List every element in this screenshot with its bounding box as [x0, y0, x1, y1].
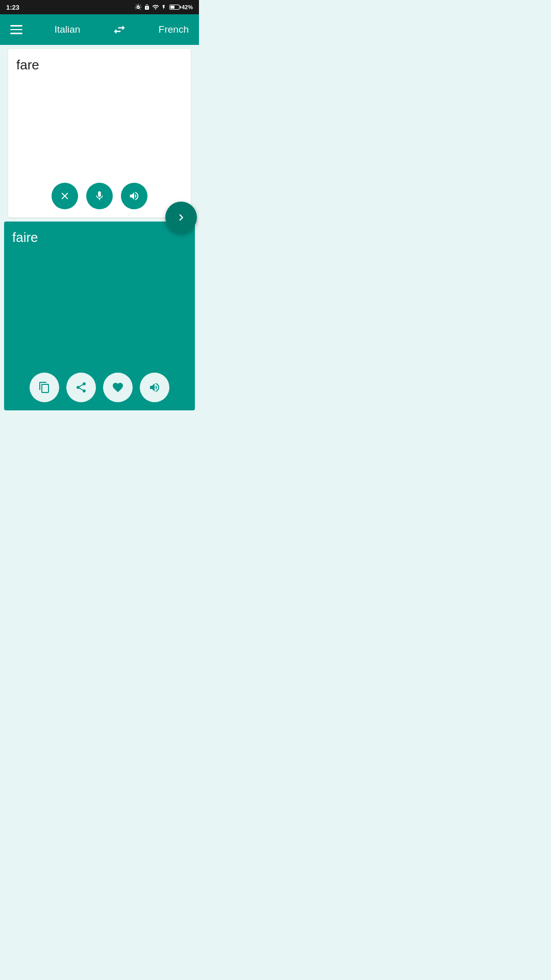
alarm-icon — [135, 4, 142, 11]
lock-icon — [144, 4, 150, 11]
speak-input-button[interactable] — [121, 183, 147, 209]
send-icon — [174, 211, 188, 224]
copy-icon — [38, 381, 51, 394]
favorite-button[interactable] — [103, 373, 133, 402]
charging-icon — [161, 4, 166, 11]
clear-button[interactable] — [52, 183, 78, 209]
output-text: faire — [12, 230, 187, 246]
input-controls — [52, 183, 147, 209]
battery-icon — [169, 5, 180, 10]
menu-line-2 — [10, 29, 22, 31]
input-area[interactable]: fare — [8, 49, 191, 217]
mic-icon — [94, 190, 105, 202]
copy-button[interactable] — [30, 373, 59, 402]
swap-languages-button[interactable] — [112, 22, 127, 37]
output-controls — [30, 373, 169, 402]
share-icon — [75, 381, 87, 394]
translate-button[interactable] — [165, 202, 197, 233]
menu-line-1 — [10, 25, 22, 27]
target-language[interactable]: French — [159, 24, 189, 35]
heart-icon — [112, 381, 124, 394]
app-header: Italian French — [0, 14, 199, 45]
volume-output-icon — [148, 381, 161, 394]
clear-icon — [59, 190, 70, 202]
swap-icon — [112, 22, 127, 37]
volume-icon — [129, 190, 140, 202]
status-bar: 1:23 42% — [0, 0, 199, 14]
menu-button[interactable] — [10, 25, 22, 34]
source-language[interactable]: Italian — [55, 24, 81, 35]
output-area: faire — [4, 222, 195, 410]
mic-button[interactable] — [86, 183, 113, 209]
signal-icon — [152, 4, 159, 11]
share-button[interactable] — [66, 373, 96, 402]
input-text: fare — [16, 57, 183, 73]
menu-line-3 — [10, 33, 22, 34]
speak-output-button[interactable] — [140, 373, 169, 402]
status-icons: 42% — [135, 4, 193, 11]
battery-pct: 42% — [182, 4, 193, 10]
status-time: 1:23 — [6, 4, 19, 11]
